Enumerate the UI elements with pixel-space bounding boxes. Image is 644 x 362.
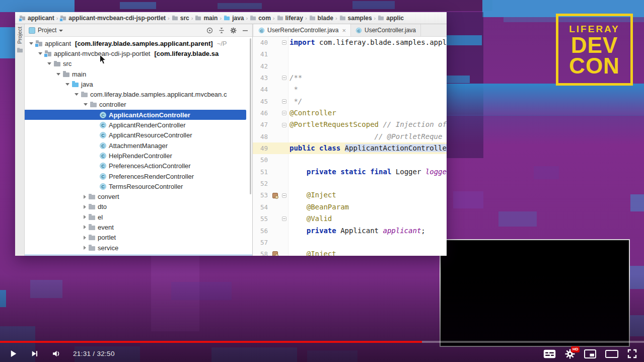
collapse-arrow-icon[interactable] bbox=[84, 246, 86, 250]
tree-item[interactable]: event bbox=[25, 222, 252, 232]
code-area[interactable]: 40import com.liferay.blade.samples.appli… bbox=[253, 37, 447, 256]
class-icon bbox=[100, 183, 106, 190]
fold-icon[interactable] bbox=[282, 76, 287, 80]
gutter-icon-cell bbox=[270, 84, 280, 95]
seek-bar[interactable] bbox=[0, 341, 644, 343]
hide-panel-icon[interactable] bbox=[242, 27, 248, 34]
next-button[interactable] bbox=[30, 349, 39, 358]
project-panel-title[interactable]: Project bbox=[38, 27, 56, 34]
vertical-scrollbar[interactable] bbox=[250, 38, 251, 194]
breadcrumb-item[interactable]: java bbox=[224, 15, 244, 22]
class-icon bbox=[259, 27, 264, 33]
chevron-down-icon[interactable] bbox=[59, 30, 63, 32]
collapse-all-icon[interactable] bbox=[219, 27, 225, 34]
fold-icon[interactable] bbox=[282, 111, 287, 115]
tree-item[interactable]: main bbox=[25, 69, 252, 79]
editor-tab[interactable]: UserController.java bbox=[351, 24, 421, 36]
tree-item[interactable]: HelpRenderController bbox=[25, 151, 252, 161]
bg-patch bbox=[171, 282, 232, 300]
volume-button[interactable] bbox=[50, 348, 62, 359]
expand-arrow-icon[interactable] bbox=[56, 73, 60, 76]
collapse-arrow-icon[interactable] bbox=[84, 215, 86, 219]
tree-item[interactable]: src bbox=[25, 59, 252, 69]
tree-item-label: TermsResourceController bbox=[109, 183, 183, 190]
play-button[interactable] bbox=[8, 348, 19, 359]
tool-window-strip: Project bbox=[15, 24, 25, 256]
tree-item[interactable]: applicant-mvcbean-cdi-jsp-portlet[com.li… bbox=[25, 48, 252, 58]
class-icon bbox=[100, 132, 106, 138]
fold-icon[interactable] bbox=[282, 193, 287, 198]
fold-icon[interactable] bbox=[282, 40, 287, 45]
tree-item[interactable]: ApplicantRenderController bbox=[25, 120, 252, 130]
class-icon bbox=[100, 163, 106, 169]
locate-icon[interactable] bbox=[206, 27, 213, 34]
tree-item[interactable]: service bbox=[25, 243, 252, 253]
gear-icon[interactable] bbox=[230, 27, 237, 34]
ide-window: applicant›applicant-mvcbean-cdi-jsp-port… bbox=[15, 12, 447, 256]
folder-icon bbox=[195, 17, 201, 21]
inject-gutter-icon[interactable] bbox=[272, 251, 278, 256]
breadcrumb-item[interactable]: blade bbox=[309, 15, 333, 22]
tree-item[interactable]: com.liferay.blade.samples.applicant.mvcb… bbox=[25, 89, 252, 99]
tree-item[interactable]: java bbox=[25, 79, 252, 89]
code-text: @Valid bbox=[289, 213, 447, 225]
tree-item[interactable]: portlet bbox=[25, 233, 252, 243]
liferay-devcon-logo: LIFERAY DEV CON bbox=[556, 14, 633, 86]
breadcrumb-item[interactable]: applic bbox=[378, 15, 404, 22]
close-icon[interactable]: × bbox=[342, 27, 346, 34]
bg-patch bbox=[120, 2, 156, 9]
expand-arrow-icon[interactable] bbox=[38, 52, 42, 55]
breadcrumb-label: java bbox=[232, 15, 244, 22]
collapse-arrow-icon[interactable] bbox=[84, 225, 86, 229]
editor-tab[interactable]: UserRenderController.java× bbox=[254, 24, 351, 36]
gutter-icon-cell bbox=[270, 119, 280, 130]
tree-item[interactable]: PreferencesActionController bbox=[25, 161, 252, 171]
subtitles-button[interactable] bbox=[543, 349, 556, 358]
tree-item-label: dto bbox=[98, 203, 107, 210]
fold-icon[interactable] bbox=[282, 99, 287, 104]
horizontal-scrollbar[interactable] bbox=[25, 254, 252, 256]
tree-item[interactable]: ApplicantResourceController bbox=[25, 130, 252, 140]
breadcrumb-item[interactable]: applicant bbox=[19, 15, 54, 22]
line-number: 41 bbox=[253, 48, 270, 60]
tree-item[interactable]: dto bbox=[25, 202, 252, 212]
expand-arrow-icon[interactable] bbox=[29, 42, 33, 45]
collapse-arrow-icon[interactable] bbox=[84, 195, 86, 199]
tree-item-label: PreferencesActionController bbox=[109, 162, 191, 170]
tree-item[interactable]: PreferencesRenderController bbox=[25, 171, 252, 181]
project-tool-button[interactable]: Project bbox=[17, 27, 23, 44]
tree-item[interactable]: AttachmentManager bbox=[25, 140, 252, 151]
collapse-arrow-icon[interactable] bbox=[84, 236, 86, 240]
tree-item[interactable]: el bbox=[25, 212, 252, 222]
breadcrumb-item[interactable]: liferay bbox=[277, 15, 303, 22]
tree-item[interactable]: applicant[com.liferay.blade.samples.appl… bbox=[25, 38, 252, 48]
collapse-arrow-icon[interactable] bbox=[84, 205, 86, 209]
tree-item-label: applicant-mvcbean-cdi-jsp-portlet bbox=[54, 50, 150, 57]
bg-patch bbox=[630, 194, 644, 211]
settings-button[interactable]: HD bbox=[565, 349, 575, 359]
breadcrumb-separator: › bbox=[191, 15, 193, 21]
expand-arrow-icon[interactable] bbox=[84, 103, 88, 106]
breadcrumb-item[interactable]: main bbox=[195, 15, 218, 22]
breadcrumb-item[interactable]: samples bbox=[339, 15, 372, 22]
breadcrumb-item[interactable]: com bbox=[250, 15, 271, 22]
fullscreen-button[interactable] bbox=[627, 349, 637, 358]
expand-arrow-icon[interactable] bbox=[65, 83, 69, 86]
expand-arrow-icon[interactable] bbox=[47, 62, 51, 65]
tree-item[interactable]: TermsResourceController bbox=[25, 181, 252, 191]
miniplayer-button[interactable] bbox=[584, 349, 596, 358]
class-icon bbox=[100, 122, 106, 128]
tree-item-label: AttachmentManager bbox=[109, 142, 168, 150]
fold-icon[interactable] bbox=[282, 123, 287, 127]
breadcrumb-item[interactable]: applicant-mvcbean-cdi-jsp-portlet bbox=[60, 15, 166, 22]
breadcrumb-item[interactable]: src bbox=[172, 15, 189, 22]
tree-item[interactable]: ApplicantActionController bbox=[25, 110, 246, 120]
inject-gutter-icon[interactable] bbox=[272, 193, 278, 198]
theater-mode-button[interactable] bbox=[605, 350, 618, 358]
fold-icon[interactable] bbox=[282, 216, 287, 221]
tree-item-label: ApplicantResourceController bbox=[109, 131, 192, 139]
tree-item[interactable]: convert bbox=[25, 191, 252, 201]
code-text: import com.liferay.blade.samples.appli bbox=[289, 37, 447, 48]
tree-item[interactable]: controller bbox=[25, 100, 252, 110]
expand-arrow-icon[interactable] bbox=[75, 93, 79, 96]
